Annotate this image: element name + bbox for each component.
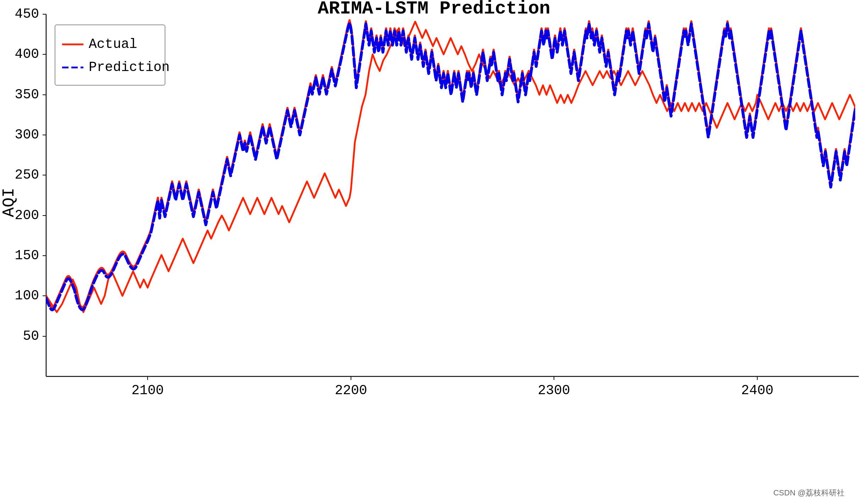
legend-prediction-text: Prediction <box>89 60 170 75</box>
svg-text:450: 450 <box>15 6 39 22</box>
svg-text:2300: 2300 <box>538 383 570 398</box>
svg-text:300: 300 <box>15 127 39 142</box>
svg-text:150: 150 <box>15 248 39 263</box>
svg-text:2400: 2400 <box>741 383 773 398</box>
legend-box <box>55 25 165 85</box>
svg-text:350: 350 <box>15 87 39 102</box>
svg-text:250: 250 <box>15 167 39 183</box>
chart-svg: ARIMA-LSTM Prediction AQI 50 100 150 200… <box>0 0 868 500</box>
chart-container: ARIMA-LSTM Prediction AQI 50 100 150 200… <box>0 0 868 500</box>
svg-text:400: 400 <box>15 47 39 62</box>
svg-text:2100: 2100 <box>131 383 164 398</box>
watermark: CSDN @荔枝科研社 <box>773 488 845 497</box>
legend-actual-text: Actual <box>89 37 137 52</box>
svg-text:50: 50 <box>23 328 39 344</box>
svg-text:2200: 2200 <box>335 383 367 398</box>
svg-text:100: 100 <box>15 288 39 303</box>
chart-title: ARIMA-LSTM Prediction <box>318 0 550 19</box>
svg-text:200: 200 <box>15 208 39 223</box>
